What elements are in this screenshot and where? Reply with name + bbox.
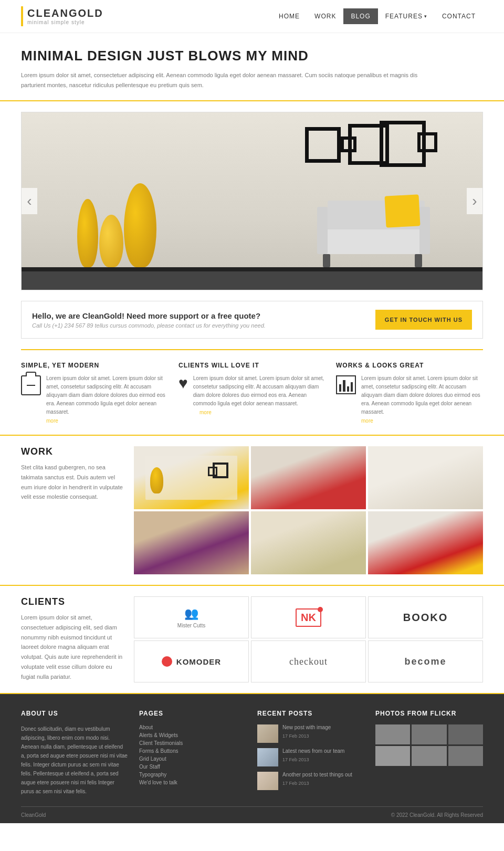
feature-3: WORKS & LOOKS GREAT Lorem ipsum dolor si…: [336, 362, 483, 424]
clients-logos-grid: 👥 Mister Cutts NK BOOKO KOMODER che: [134, 596, 483, 682]
nav-home[interactable]: HOME: [271, 8, 307, 24]
recent-post-2-thumb: [257, 748, 278, 766]
feature-1-title: SIMPLE, YET MODERN: [21, 362, 168, 369]
work-grid: [134, 446, 483, 574]
become-logo-text: become: [404, 656, 446, 667]
logo-accent-bar: [21, 6, 23, 26]
flickr-thumb-4[interactable]: [375, 746, 410, 766]
nav-blog[interactable]: BLOG: [343, 8, 377, 24]
mister-cutts-label: Mister Cutts: [177, 623, 205, 628]
feature-3-title: WORKS & LOOKS GREAT: [336, 362, 483, 369]
clients-section: CLIENTS Lorem ipsum dolor sit amet, cons…: [0, 586, 504, 694]
client-logo-mister-cutts: 👥 Mister Cutts: [134, 596, 249, 638]
footer-flickr: PHOTOS FROM FLICKR: [375, 710, 483, 796]
footer-brand: CleanGold: [21, 812, 46, 818]
footer-page-about[interactable]: About: [139, 724, 247, 730]
checkout-logo-text: checkout: [289, 656, 328, 667]
nk-logo-text: NK: [301, 612, 316, 623]
feature-2-more[interactable]: more: [200, 409, 212, 415]
footer-recent-posts: RECENT POSTS New post with image 17 Feb …: [257, 710, 365, 796]
recent-post-2-link[interactable]: Latest news from our team: [282, 748, 344, 754]
client-logo-booko: BOOKO: [368, 596, 483, 638]
feature-1-body: Lorem ipsum dolor sit amet. Lorem ipsum …: [46, 374, 168, 416]
recent-post-3-date: 17 Feb 2013: [282, 781, 309, 786]
nav-work[interactable]: WORK: [307, 8, 343, 24]
client-logo-komoder: KOMODER: [134, 640, 249, 682]
footer-page-forms[interactable]: Forms & Buttons: [139, 748, 247, 754]
slider-prev-button[interactable]: ‹: [22, 188, 37, 214]
slider-next-button[interactable]: ›: [467, 188, 482, 214]
briefcase-icon: [21, 375, 41, 395]
footer-page-staff[interactable]: Our Staff: [139, 764, 247, 770]
image-slider: ‹ ›: [21, 112, 483, 290]
features-section: SIMPLE, YET MODERN Lorem ipsum dolor sit…: [0, 351, 504, 436]
hero-title: MINIMAL DESIGN JUST BLOWS MY MIND: [21, 48, 483, 64]
recent-post-3-link[interactable]: Another post to test things out: [282, 772, 352, 778]
footer-about: ABOUT US Donec sollicitudin, diam eu ves…: [21, 710, 129, 796]
feature-2-body: Lorem ipsum dolor sit amet. Lorem ipsum …: [193, 374, 326, 408]
feature-1-more[interactable]: more: [46, 418, 58, 424]
flickr-thumb-3[interactable]: [448, 724, 483, 744]
work-thumb-1[interactable]: [134, 446, 249, 509]
logo-name: CLEANGOLD: [27, 7, 103, 19]
client-logo-become: become: [368, 640, 483, 682]
client-logo-checkout: checkout: [251, 640, 366, 682]
cta-banner: Hello, we are CleanGold! Need more suppo…: [21, 301, 483, 339]
recent-post-3-thumb: [257, 772, 278, 790]
chart-icon: [336, 375, 356, 394]
hero-body: Lorem ipsum dolor sit amet, consectetuer…: [21, 70, 420, 90]
clients-body: Lorem ipsum dolor sit amet, consectetuer…: [21, 613, 123, 681]
cta-subtitle: Call Us (+1) 234 567 89 tellus cursus co…: [32, 322, 266, 329]
footer-pages-title: PAGES: [139, 710, 247, 717]
work-description: WORK Stet clita kasd gubergren, no sea t…: [21, 446, 123, 574]
footer-pages: PAGES About Alerts & Widgets Client Test…: [139, 710, 247, 796]
logo-text: CLEANGOLD minimal simple style: [27, 7, 103, 25]
recent-post-1: New post with image 17 Feb 2013: [257, 724, 365, 743]
cta-button[interactable]: GET IN TOUCH WITH US: [375, 310, 472, 330]
work-thumb-4[interactable]: [134, 511, 249, 574]
feature-3-more[interactable]: more: [361, 418, 373, 424]
nav-contact[interactable]: CONTACT: [435, 8, 483, 24]
nav-features[interactable]: FEATURES▾: [378, 8, 435, 24]
header: CLEANGOLD minimal simple style HOME WORK…: [0, 0, 504, 33]
footer-recent-title: RECENT POSTS: [257, 710, 365, 717]
clients-description: CLIENTS Lorem ipsum dolor sit amet, cons…: [21, 596, 123, 682]
footer: ABOUT US Donec sollicitudin, diam eu ves…: [0, 694, 504, 823]
footer-about-title: ABOUT US: [21, 710, 129, 717]
hero-section: MINIMAL DESIGN JUST BLOWS MY MIND Lorem …: [0, 33, 504, 101]
recent-post-1-link[interactable]: New post with image: [282, 724, 331, 730]
footer-page-testimonials[interactable]: Client Testimonials: [139, 740, 247, 746]
footer-page-grid[interactable]: Grid Layout: [139, 756, 247, 762]
chevron-down-icon: ▾: [424, 14, 427, 19]
flickr-thumb-1[interactable]: [375, 724, 410, 744]
komoder-circle-icon: [162, 656, 172, 667]
recent-post-2-date: 17 Feb 2013: [282, 757, 309, 762]
cta-text: Hello, we are CleanGold! Need more suppo…: [32, 311, 266, 329]
footer-page-alerts[interactable]: Alerts & Widgets: [139, 732, 247, 738]
work-thumb-2[interactable]: [251, 446, 366, 509]
main-nav: HOME WORK BLOG FEATURES▾ CONTACT: [271, 8, 483, 24]
work-thumb-3[interactable]: [368, 446, 483, 509]
work-thumb-6[interactable]: [368, 511, 483, 574]
logo-tagline: minimal simple style: [27, 19, 103, 25]
work-body: Stet clita kasd gubergren, no sea takima…: [21, 463, 123, 502]
komoder-logo-text: KOMODER: [176, 657, 221, 666]
footer-page-typography[interactable]: Typography: [139, 772, 247, 778]
footer-bottom: CleanGold © 2022 CleanGold. All Rights R…: [21, 806, 483, 823]
client-logo-nk: NK: [251, 596, 366, 638]
heart-icon: ♥: [178, 375, 188, 408]
cta-title: Hello, we are CleanGold! Need more suppo…: [32, 311, 266, 320]
recent-post-1-thumb: [257, 724, 278, 743]
footer-flickr-title: PHOTOS FROM FLICKR: [375, 710, 483, 717]
recent-post-2: Latest news from our team 17 Feb 2013: [257, 748, 365, 766]
flickr-thumb-6[interactable]: [448, 746, 483, 766]
footer-copyright: © 2022 CleanGold. All Rights Reserved: [391, 812, 483, 818]
work-title: WORK: [21, 446, 123, 457]
footer-page-contact[interactable]: We'd love to talk: [139, 780, 247, 785]
people-icon: 👥: [184, 607, 198, 621]
flickr-thumb-2[interactable]: [412, 724, 446, 744]
flickr-thumb-5[interactable]: [412, 746, 446, 766]
work-thumb-5[interactable]: [251, 511, 366, 574]
feature-3-body: Lorem ipsum dolor sit amet. Lorem ipsum …: [361, 374, 483, 416]
clients-title: CLIENTS: [21, 596, 123, 607]
